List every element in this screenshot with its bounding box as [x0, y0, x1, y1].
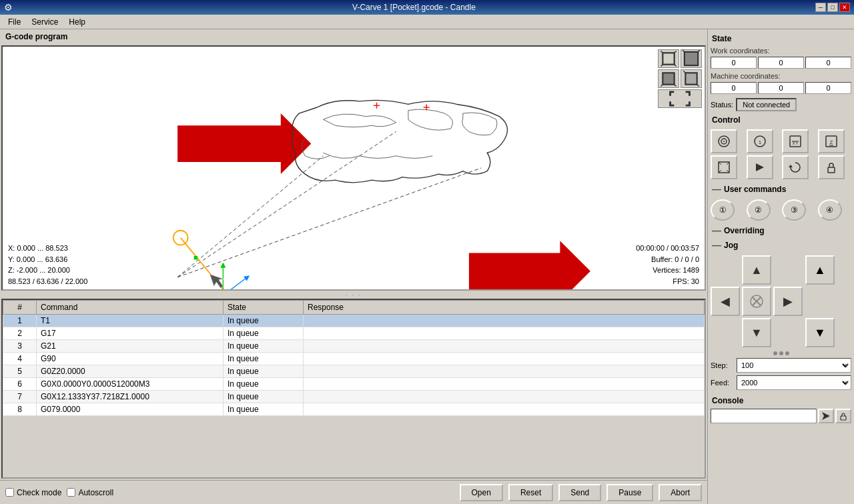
work-x: 0 [711, 57, 757, 69]
ctrl-btn2[interactable]: 1 [747, 129, 773, 153]
cell-response [304, 378, 705, 391]
feed-label: Feed: [711, 379, 734, 387]
autoscroll-checkbox[interactable] [67, 488, 75, 497]
titlebar: ⚙ V-Carve 1 [Pocket].gcode - Candle ─ □ … [0, 0, 854, 15]
cell-state: In queue [224, 391, 304, 403]
pause-button[interactable]: Pause [606, 484, 653, 501]
console-lock-button[interactable] [835, 409, 851, 423]
jog-section-header: — Jog [711, 238, 851, 253]
machine-coords-grid: 0 0 0 [711, 82, 851, 94]
fit-view-button[interactable] [658, 89, 702, 108]
autoscroll-group: Autoscroll [67, 488, 113, 497]
viewport: X: 0.000 ... 88.523 Y: 0.000 ... 63.636 … [1, 45, 706, 291]
svg-line-19 [683, 50, 685, 52]
svg-text:XY: XY [792, 141, 799, 145]
menu-file[interactable]: File [3, 16, 26, 28]
control-grid: 1 XY Z [711, 129, 851, 179]
minimize-button[interactable]: ─ [815, 3, 826, 12]
jog-layout: ▲ ◀ ▶ ▼ ▲ ▼ [711, 255, 851, 347]
maximize-button[interactable]: □ [827, 3, 838, 12]
control-label: Control [712, 115, 741, 125]
send-button[interactable]: Send [558, 484, 601, 501]
svg-line-26 [697, 85, 699, 87]
cell-num: 1 [3, 315, 37, 327]
cell-response [304, 353, 705, 365]
console-send-button[interactable] [818, 409, 834, 423]
table-row[interactable]: 2 G17 In queue [3, 327, 705, 340]
svg-marker-43 [789, 165, 793, 167]
viewport-canvas [3, 47, 705, 289]
user-cmd-3[interactable]: ③ [782, 199, 806, 221]
cell-cmd: G079.0000 [37, 403, 224, 416]
viewport-toolbar-row1 [658, 49, 702, 68]
open-button[interactable]: Open [460, 484, 503, 501]
table-row[interactable]: 5 G0Z20.0000 In queue [3, 365, 705, 378]
ctrl-fit-button[interactable] [711, 155, 737, 179]
user-cmd-1[interactable]: ① [711, 199, 735, 221]
user-cmd-4[interactable]: ④ [818, 199, 842, 221]
jog-up-button[interactable]: ▲ [742, 255, 771, 285]
jog-z-up-button[interactable]: ▲ [805, 255, 835, 285]
jog-left-button[interactable]: ◀ [711, 287, 740, 316]
cell-cmd: G0Z20.0000 [37, 365, 224, 378]
status-badge: Not connected [736, 98, 797, 111]
ctrl-zero-xy-button[interactable]: XY [782, 129, 809, 153]
jog-z-down-button[interactable]: ▼ [805, 318, 835, 347]
view-side-button[interactable] [681, 69, 702, 88]
ctrl-reset-button[interactable] [782, 155, 809, 179]
table-row[interactable]: 3 G21 In queue [3, 340, 705, 353]
gcode-table: # Command State Response 1 T1 In queue 2… [1, 299, 706, 479]
user-commands-header: — User commands [711, 182, 851, 197]
ctrl-run-button[interactable] [747, 155, 773, 179]
svg-text:Z: Z [829, 139, 833, 145]
ctrl-lock-button[interactable] [818, 155, 845, 179]
cell-response [304, 403, 705, 416]
console-input[interactable] [711, 409, 817, 423]
cell-response [304, 340, 705, 353]
cell-num: 2 [3, 327, 37, 340]
check-mode-checkbox[interactable] [5, 488, 14, 497]
check-mode-label: Check mode [17, 488, 61, 497]
cell-response [304, 327, 705, 340]
abort-button[interactable]: Abort [659, 484, 702, 501]
table-scroll[interactable]: # Command State Response 1 T1 In queue 2… [3, 300, 705, 477]
svg-rect-24 [685, 73, 697, 84]
state-section-header: State [711, 32, 851, 45]
user-cmd-2[interactable]: ② [747, 199, 771, 221]
ctrl-zero-z-button[interactable]: Z [818, 129, 845, 153]
jog-right-button[interactable]: ▶ [773, 287, 803, 316]
table-row[interactable]: 6 G0X0.0000Y0.0000S12000M3 In queue [3, 378, 705, 391]
work-z: 0 [805, 57, 851, 69]
reset-button[interactable]: Reset [508, 484, 553, 501]
feed-dropdown[interactable]: 2000 1000 500 [737, 375, 851, 390]
table-row[interactable]: 7 G0X12.1333Y37.7218Z1.0000 In queue [3, 391, 705, 403]
table-row[interactable]: 1 T1 In queue [3, 315, 705, 327]
ctrl-home-button[interactable] [711, 129, 737, 153]
titlebar-title: V-Carve 1 [Pocket].gcode - Candle [352, 3, 476, 12]
jog-center-stop[interactable] [742, 287, 771, 316]
state-label: State [712, 34, 731, 43]
fps-info: FPS: 30 [636, 276, 699, 287]
jog-label: Jog [724, 241, 738, 250]
close-button[interactable]: ✕ [839, 3, 850, 12]
machine-x: 0 [711, 82, 757, 94]
gcode-program-header: G-code program [0, 29, 707, 44]
step-dropdown[interactable]: 100 10 1 0.1 [737, 358, 851, 373]
user-commands-label: User commands [724, 185, 786, 194]
table-row[interactable]: 8 G079.0000 In queue [3, 403, 705, 416]
console-label: Console [712, 396, 743, 405]
resize-handle[interactable]: · · · [0, 292, 707, 297]
view-front-button[interactable] [658, 69, 679, 88]
menubar: File Service Help [0, 15, 854, 29]
col-response: Response [304, 301, 705, 315]
table-row[interactable]: 4 G90 In queue [3, 353, 705, 365]
cell-num: 5 [3, 365, 37, 378]
view-3d-button[interactable] [658, 49, 679, 68]
menu-help[interactable]: Help [63, 16, 91, 28]
dot2 [779, 351, 783, 355]
coord-z-range: Z: -2.000 ... 20.000 [8, 265, 87, 276]
menu-service[interactable]: Service [26, 16, 63, 28]
view-top-button[interactable] [681, 49, 702, 68]
cell-cmd: T1 [37, 315, 224, 327]
jog-down-button[interactable]: ▼ [742, 318, 771, 347]
